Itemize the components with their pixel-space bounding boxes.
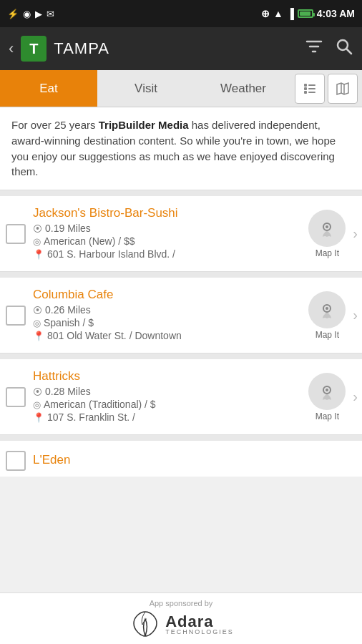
item-content-4: L'Eden [33,453,362,469]
android-icon: ◉ [23,9,31,19]
svg-rect-4 [304,87,307,90]
item-checkbox-2[interactable] [6,306,26,326]
item-content-1: Jackson's Bistro-Bar-Sushi ⦿ 0.19 Miles … [33,206,308,261]
signal-icon: ▐ [287,8,294,19]
battery-icon [298,9,313,18]
svg-point-12 [326,225,328,228]
svg-line-1 [347,49,352,54]
svg-rect-5 [308,88,315,89]
gmail-icon: ✉ [47,9,54,19]
tabs: Eat Visit Weather [0,70,292,107]
map-button-3[interactable] [308,373,346,410]
map-label-2: Map It [315,330,339,340]
status-bar: ⚡ ◉ ▶ ✉ ⊕ ▲ ▐ 4:03 AM [0,0,362,27]
item-name-1[interactable]: Jackson's Bistro-Bar-Sushi [33,206,308,220]
item-map-2: Map It [308,291,346,340]
svg-rect-3 [308,84,315,86]
item-cuisine-3: ◎ American (Traditional) / $ [33,399,308,410]
tab-bar: Eat Visit Weather [0,70,362,107]
item-cuisine-1: ◎ American (New) / $$ [33,235,308,247]
compass-icon-1: ⦿ [33,223,42,234]
play-icon: ▶ [35,9,42,19]
map-button-2[interactable] [308,291,346,328]
dollar-icon-2: ◎ [33,318,41,328]
app-logo: T [21,36,47,62]
item-content-2: Columbia Cafe ⦿ 0.26 Miles ◎ Spanish / $… [33,288,308,343]
divider-2 [0,272,362,278]
nav-left: ‹ T TAMPA [9,36,109,62]
status-icons-left: ⚡ ◉ ▶ ✉ [7,9,54,19]
item-map-3: Map It [308,373,346,421]
pin-icon-3: 📍 [33,412,44,423]
gps-icon: ⊕ [261,8,270,19]
brand-text: Adara TECHNOLOGIES [165,613,234,635]
nav-right [305,37,353,60]
item-name-4[interactable]: L'Eden [33,453,362,467]
tab-weather[interactable]: Weather [195,70,292,107]
map-label-1: Map It [315,248,339,258]
svg-point-14 [326,307,328,310]
view-toggle [292,74,362,104]
brand-name: TripBuilder Media [99,119,189,131]
map-button-1[interactable] [308,210,346,247]
usb-icon: ⚡ [7,9,19,19]
map-view-button[interactable] [328,74,358,104]
item-arrow-1: › [353,225,358,242]
item-checkbox-3[interactable] [6,387,26,407]
brand-sub: TECHNOLOGIES [165,628,234,635]
nav-bar: ‹ T TAMPA [0,27,362,70]
item-arrow-3: › [353,389,358,405]
item-distance-1: ⦿ 0.19 Miles [33,223,308,234]
svg-marker-8 [337,83,348,94]
item-checkbox-4[interactable] [6,451,26,471]
page-title: TAMPA [54,39,109,58]
svg-rect-6 [304,91,307,94]
item-address-1: 📍 601 S. Harbour Island Blvd. / [33,248,308,260]
svg-rect-2 [304,84,307,87]
dollar-icon-1: ◎ [33,236,41,247]
filter-icon[interactable] [305,37,323,60]
item-content-3: Hattricks ⦿ 0.28 Miles ◎ American (Tradi… [33,369,308,424]
status-icons-right: ⊕ ▲ ▐ 4:03 AM [261,8,355,19]
back-button[interactable]: ‹ [9,39,14,58]
list-view-button[interactable] [295,74,325,104]
search-icon[interactable] [335,37,353,60]
wifi-icon: ▲ [273,8,283,19]
divider-1 [0,190,362,196]
time: 4:03 AM [317,8,355,19]
svg-rect-7 [308,92,315,93]
divider-4 [0,435,362,441]
divider-3 [0,353,362,359]
list-item: Columbia Cafe ⦿ 0.26 Miles ◎ Spanish / $… [0,278,362,353]
svg-point-16 [326,389,328,391]
item-name-3[interactable]: Hattricks [33,369,308,384]
tab-visit[interactable]: Visit [97,70,195,107]
adara-swoosh-icon [128,609,162,639]
dollar-icon-3: ◎ [33,399,41,410]
footer: App sponsored by Adara TECHNOLOGIES [0,592,362,644]
item-arrow-2: › [353,307,358,323]
compass-icon-2: ⦿ [33,305,42,316]
item-distance-2: ⦿ 0.26 Miles [33,304,308,316]
adara-logo: Adara TECHNOLOGIES [128,609,234,639]
map-label-3: Map It [315,411,339,421]
item-map-1: Map It [308,210,346,258]
item-cuisine-2: ◎ Spanish / $ [33,317,308,328]
pin-icon-1: 📍 [33,249,44,260]
item-address-3: 📍 107 S. Franklin St. / [33,411,308,423]
tab-eat[interactable]: Eat [0,70,97,107]
item-checkbox-1[interactable] [6,224,26,244]
list-item: Hattricks ⦿ 0.28 Miles ◎ American (Tradi… [0,359,362,435]
sponsor-label: App sponsored by [150,599,213,608]
description-section: For over 25 years TripBuilder Media has … [0,107,362,190]
item-name-2[interactable]: Columbia Cafe [33,288,308,302]
list-item: Jackson's Bistro-Bar-Sushi ⦿ 0.19 Miles … [0,196,362,272]
description-text-before: For over 25 years [11,119,99,131]
item-address-2: 📍 801 Old Water St. / Downtown [33,330,308,341]
item-distance-3: ⦿ 0.28 Miles [33,386,308,397]
pin-icon-2: 📍 [33,331,44,341]
list-item-partial: L'Eden [0,441,362,477]
compass-icon-3: ⦿ [33,386,42,397]
